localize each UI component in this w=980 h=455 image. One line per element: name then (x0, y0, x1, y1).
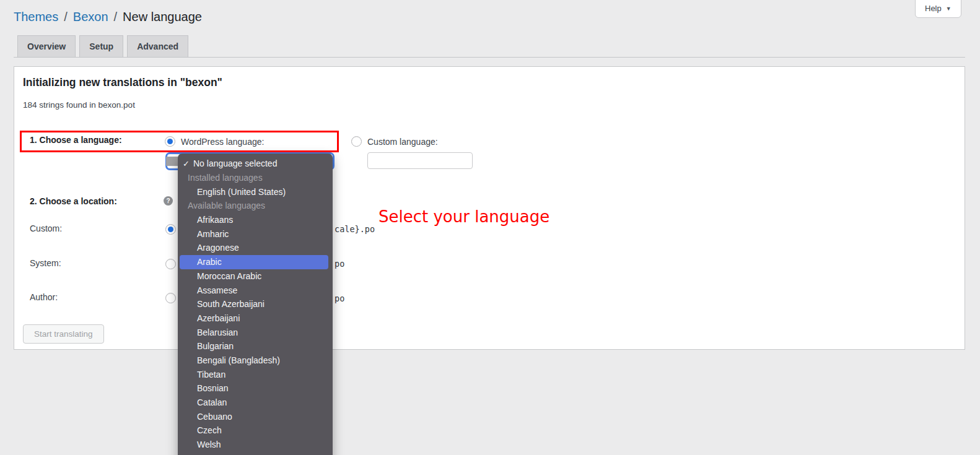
dropdown-option[interactable]: Czech (178, 423, 333, 438)
dropdown-option[interactable]: Cebuano (178, 409, 333, 423)
tab-advanced[interactable]: Advanced (127, 35, 188, 58)
breadcrumb: Themes / Bexon / New language (14, 10, 202, 24)
dropdown-option[interactable]: Bengali (Bangladesh) (178, 353, 333, 368)
choose-location-label: 2. Choose a location: (30, 196, 117, 206)
dropdown-option[interactable]: Aragonese (178, 241, 333, 255)
location-custom-radio[interactable] (165, 224, 176, 235)
dropdown-option-label: Afrikaans (197, 215, 233, 225)
dropdown-option[interactable]: Bulgarian (178, 339, 333, 353)
dropdown-option-label: Arabic (197, 257, 222, 267)
breadcrumb-separator: / (64, 10, 68, 24)
dropdown-option-label: Assamese (197, 285, 237, 295)
select-language-annotation: Select your language (378, 207, 549, 226)
custom-language-label: Custom language: (367, 137, 438, 147)
dropdown-option-label: Welsh (197, 440, 221, 449)
custom-language-input[interactable] (367, 152, 473, 169)
dropdown-option[interactable]: Catalan (178, 396, 333, 410)
dropdown-option-label: Bulgarian (197, 341, 234, 351)
choose-language-label: 1. Choose a language: (30, 135, 122, 145)
dropdown-group-label: Available languages (178, 199, 333, 213)
panel-title: Initializing new translations in "bexon" (23, 76, 222, 89)
page-title: New language (123, 10, 202, 24)
location-system-path: po (335, 259, 344, 269)
wordpress-language-radio[interactable] (165, 136, 175, 147)
location-author-label: Author: (30, 292, 58, 302)
dropdown-option[interactable]: Amharic (178, 227, 333, 241)
start-translating-button[interactable]: Start translating (23, 324, 104, 344)
location-author-radio[interactable] (165, 293, 176, 303)
help-button[interactable]: Help ▼ (915, 0, 961, 18)
dropdown-option[interactable]: Belarusian (178, 325, 333, 339)
language-select-edge (166, 157, 178, 166)
breadcrumb-link-bexon[interactable]: Bexon (73, 10, 108, 24)
dropdown-option[interactable]: Afrikaans (178, 213, 333, 227)
dropdown-option[interactable]: English (United States) (178, 184, 333, 199)
dropdown-option[interactable]: South Azerbaijani (178, 297, 333, 311)
tab-setup[interactable]: Setup (79, 35, 123, 58)
dropdown-option-label: Bosnian (197, 383, 229, 393)
dropdown-option-label: Catalan (197, 397, 227, 407)
dropdown-option-label: Czech (197, 425, 222, 435)
dropdown-option[interactable]: ✓No language selected (178, 157, 333, 171)
language-dropdown[interactable]: ✓No language selectedInstalled languages… (178, 154, 333, 455)
dropdown-option[interactable]: Moroccan Arabic (178, 269, 333, 284)
dropdown-option-label: Amharic (197, 229, 229, 239)
dropdown-option-label: Tibetan (197, 370, 225, 379)
tab-overview[interactable]: Overview (17, 35, 76, 58)
dropdown-option-label: Moroccan Arabic (197, 271, 261, 281)
dropdown-option-label: South Azerbaijani (197, 299, 265, 309)
help-button-label: Help (925, 4, 942, 13)
dropdown-option-label: No language selected (193, 158, 277, 168)
dropdown-option-label: Belarusian (197, 327, 238, 337)
dropdown-option[interactable]: Welsh (178, 438, 333, 452)
location-custom-label: Custom: (30, 223, 62, 233)
chevron-down-icon: ▼ (946, 6, 952, 12)
dropdown-option[interactable]: Azerbaijani (178, 311, 333, 326)
dropdown-group-label: Installed languages (178, 171, 333, 185)
dropdown-option[interactable]: Bosnian (178, 381, 333, 396)
breadcrumb-separator: / (114, 10, 118, 24)
dropdown-option-label: Azerbaijani (197, 313, 240, 323)
dropdown-option-label: Available languages (188, 201, 265, 210)
breadcrumb-link-themes[interactable]: Themes (14, 10, 58, 24)
dropdown-option[interactable]: Arabic (180, 255, 328, 269)
location-system-label: System: (30, 258, 61, 268)
dropdown-option-label: Aragonese (197, 243, 239, 253)
custom-language-radio[interactable] (351, 136, 362, 147)
dropdown-option-label: Cebuano (197, 412, 232, 422)
help-question-icon[interactable]: ? (164, 196, 173, 206)
dropdown-option-label: English (United States) (197, 187, 286, 197)
location-author-path: po (335, 293, 344, 303)
dropdown-option[interactable]: Tibetan (178, 367, 333, 381)
dropdown-option-label: Bengali (Bangladesh) (197, 355, 280, 365)
strings-found-text: 184 strings found in bexon.pot (23, 100, 135, 110)
location-custom-path: cale}.po (335, 224, 375, 234)
location-system-radio[interactable] (165, 259, 176, 269)
tab-bar: Overview Setup Advanced (17, 35, 188, 58)
dropdown-option[interactable]: Assamese (178, 283, 333, 297)
wordpress-language-label: WordPress language: (181, 137, 264, 147)
checkmark-icon: ✓ (182, 159, 191, 168)
dropdown-option-label: Installed languages (188, 173, 263, 183)
